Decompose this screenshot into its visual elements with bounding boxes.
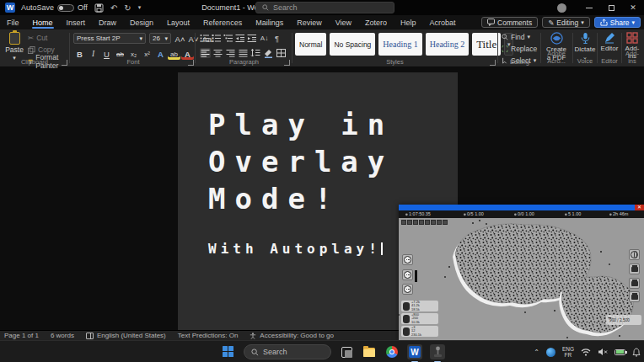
font-name-combobox[interactable]: Press Start 2P▾: [73, 33, 146, 44]
battery-icon[interactable]: [614, 349, 625, 355]
numbered-list-icon[interactable]: [212, 34, 222, 43]
game-tool-button[interactable]: [419, 220, 424, 225]
language-switcher[interactable]: ENGFR: [562, 346, 574, 358]
font-size-combobox[interactable]: 26▾: [149, 33, 171, 44]
creature-button-3[interactable]: [402, 284, 413, 295]
chrome-button[interactable]: [384, 344, 400, 359]
start-button[interactable]: [221, 344, 236, 359]
tab-view[interactable]: View: [329, 15, 358, 29]
text-predictions[interactable]: Text Predictions: On: [178, 332, 239, 339]
tab-insert[interactable]: Insert: [60, 15, 93, 29]
style-no-spacing[interactable]: No Spacing: [330, 33, 375, 56]
creature-button-1[interactable]: [402, 254, 413, 265]
game-overlay-window[interactable]: ✕ 1:07:50.35 0/5 1.00 0/0 1.00 5 1.00 2h…: [399, 205, 644, 341]
autosave-state: Off: [78, 3, 88, 12]
style-heading1[interactable]: Heading 1: [378, 33, 421, 56]
game-tool-button[interactable]: [413, 220, 418, 225]
volume-muted-icon[interactable]: [598, 348, 608, 356]
find-button[interactable]: Find▾: [502, 32, 537, 42]
proofing-status[interactable]: English (United States): [86, 332, 166, 339]
increase-indent-icon[interactable]: [247, 34, 257, 43]
autosave-toggle[interactable]: AutoSave Off: [21, 3, 88, 12]
shading-button[interactable]: [263, 48, 274, 58]
style-normal[interactable]: Normal: [295, 33, 326, 56]
multilevel-list-icon[interactable]: [223, 34, 233, 43]
game-tool-button[interactable]: [401, 220, 406, 225]
borders-button[interactable]: [276, 48, 287, 58]
taskbar-search[interactable]: Search: [244, 344, 331, 359]
replace-button[interactable]: Replace: [502, 44, 537, 54]
creature-button-2[interactable]: [402, 269, 413, 280]
hidden-icons-chevron-icon[interactable]: ⌃: [534, 349, 539, 356]
notification-bell-icon[interactable]: [632, 348, 641, 357]
game-tool-button[interactable]: [437, 220, 442, 225]
container-button-1[interactable]: [629, 264, 640, 274]
redo-icon[interactable]: ↻: [124, 3, 131, 13]
accessibility-status[interactable]: Accessibility: Good to go: [250, 332, 334, 339]
game-close-button[interactable]: ✕: [635, 205, 644, 210]
autosave-switch-icon[interactable]: [57, 4, 74, 12]
word-titlebar: W AutoSave Off ↶ ↻ ▾ Document1 - Word Se…: [0, 0, 644, 15]
justify-button[interactable]: [238, 48, 249, 58]
game-tool-button[interactable]: [443, 220, 448, 225]
word-app-icon[interactable]: W: [5, 3, 15, 13]
tab-review[interactable]: Review: [290, 15, 329, 29]
paragraph-dialog-launcher-icon[interactable]: [284, 60, 290, 66]
tab-file[interactable]: File: [0, 15, 26, 29]
comments-button[interactable]: Comments: [481, 17, 538, 28]
clipboard-dialog-launcher-icon[interactable]: [62, 60, 67, 66]
sort-button[interactable]: A↓: [259, 33, 270, 44]
world-button[interactable]: [629, 249, 640, 260]
editing-mode-button[interactable]: ✎ Editing ▾: [542, 17, 590, 28]
style-heading2[interactable]: Heading 2: [426, 33, 469, 56]
game-tool-button[interactable]: [425, 220, 430, 225]
tab-design[interactable]: Design: [123, 15, 160, 29]
page-indicator[interactable]: Page 1 of 1: [4, 332, 39, 339]
tab-help[interactable]: Help: [394, 15, 423, 29]
account-avatar[interactable]: [557, 3, 566, 13]
decrease-indent-icon[interactable]: [235, 34, 245, 43]
tray-app-icon[interactable]: [546, 348, 555, 357]
line-spacing-button[interactable]: [250, 48, 261, 58]
editor-button[interactable]: Editor: [599, 32, 620, 52]
word-count[interactable]: 6 words: [51, 332, 74, 339]
container-button-3[interactable]: [629, 291, 640, 302]
word-taskbar-button[interactable]: W: [407, 344, 422, 359]
maximize-button[interactable]: [600, 0, 622, 15]
minimize-button[interactable]: [578, 0, 600, 15]
tab-layout[interactable]: Layout: [160, 15, 196, 29]
editor-group-label: Editor: [599, 57, 620, 65]
game-stat-1: 0/5 1.00: [464, 211, 484, 216]
tab-references[interactable]: References: [196, 15, 249, 29]
customize-qat-icon[interactable]: ▾: [138, 4, 142, 11]
close-button[interactable]: ✕: [622, 0, 644, 15]
align-center-button[interactable]: [212, 48, 223, 58]
container-button-2[interactable]: [629, 278, 640, 289]
task-view-button[interactable]: [339, 344, 354, 359]
search-box[interactable]: Search: [255, 2, 394, 13]
grow-font-button[interactable]: A˄: [174, 33, 186, 45]
tab-mailings[interactable]: Mailings: [249, 15, 290, 29]
game-tool-button[interactable]: [431, 220, 436, 225]
tab-zotero[interactable]: Zotero: [358, 15, 394, 29]
align-left-button[interactable]: [200, 48, 211, 58]
align-right-button[interactable]: [225, 48, 236, 58]
styles-dialog-launcher-icon[interactable]: [490, 60, 496, 66]
cut-button[interactable]: ✂Cut: [28, 33, 69, 43]
file-explorer-button[interactable]: [362, 344, 377, 359]
show-formatting-marks-button[interactable]: ¶: [271, 33, 282, 44]
scissors-icon: ✂: [28, 34, 34, 42]
wifi-icon[interactable]: [581, 348, 591, 356]
tab-acrobat[interactable]: Acrobat: [423, 15, 463, 29]
save-icon[interactable]: [94, 3, 104, 13]
game-titlebar[interactable]: [399, 205, 644, 210]
chevron-down-icon: ▾: [164, 35, 168, 42]
tab-home[interactable]: Home: [26, 15, 60, 29]
share-button[interactable]: Share ▾: [594, 17, 641, 28]
game-tool-button[interactable]: [407, 220, 412, 225]
tab-draw[interactable]: Draw: [92, 15, 123, 29]
font-dialog-launcher-icon[interactable]: [188, 60, 194, 66]
bullet-list-icon[interactable]: [200, 34, 210, 43]
undo-icon[interactable]: ↶: [110, 3, 117, 13]
game-taskbar-button[interactable]: [430, 344, 445, 359]
